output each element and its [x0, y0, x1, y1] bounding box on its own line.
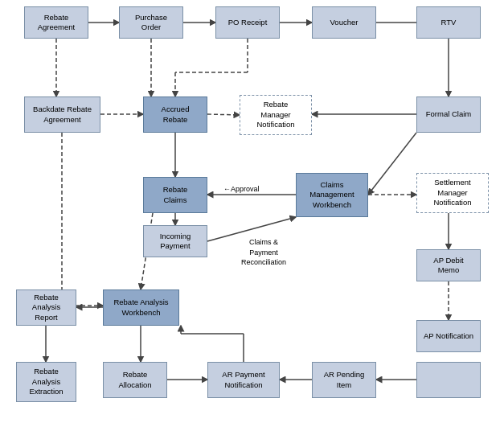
- purchase-order: Purchase Order: [119, 6, 183, 39]
- rebate-claims: Rebate Claims: [143, 177, 207, 213]
- rebate-analysis-report: Rebate Analysis Report: [16, 289, 76, 326]
- bottom-right-box: [416, 362, 481, 398]
- claims-payment-label: Claims &PaymentReconciliation: [241, 237, 286, 268]
- rebate-allocation: Rebate Allocation: [103, 362, 167, 398]
- svg-line-31: [368, 133, 416, 195]
- backdate-rebate: Backdate Rebate Agreement: [24, 96, 100, 133]
- formal-claim: Formal Claim: [416, 96, 481, 133]
- po-receipt: PO Receipt: [215, 6, 280, 39]
- claims-mgmt: Claims Management Workbench: [296, 173, 368, 217]
- rebate-manager-notif: Rebate Manager Notification: [240, 95, 312, 135]
- ap-notification: AP Notification: [416, 320, 481, 352]
- process-flow-diagram: Rebate AgreementPurchase OrderPO Receipt…: [0, 0, 504, 427]
- rebate-analysis-workbench: Rebate Analysis Workbench: [103, 289, 179, 326]
- incoming-payment: Incoming Payment: [143, 225, 207, 257]
- accrued-rebate: Accrued Rebate: [143, 96, 207, 133]
- rebate-agreement: Rebate Agreement: [24, 6, 88, 39]
- svg-line-6: [207, 114, 240, 115]
- rebate-analysis-extraction: Rebate Analysis Extraction: [16, 362, 76, 402]
- approval-label: ←Approval: [223, 185, 260, 193]
- rtv: RTV: [416, 6, 481, 39]
- ar-payment-notif: AR Payment Notification: [207, 362, 280, 398]
- ap-debit-memo: AP Debit Memo: [416, 249, 481, 281]
- voucher: Voucher: [312, 6, 376, 39]
- ar-pending-item: AR Pending Item: [312, 362, 376, 398]
- settlement-mgr-notif: Settlement Manager Notification: [416, 173, 489, 213]
